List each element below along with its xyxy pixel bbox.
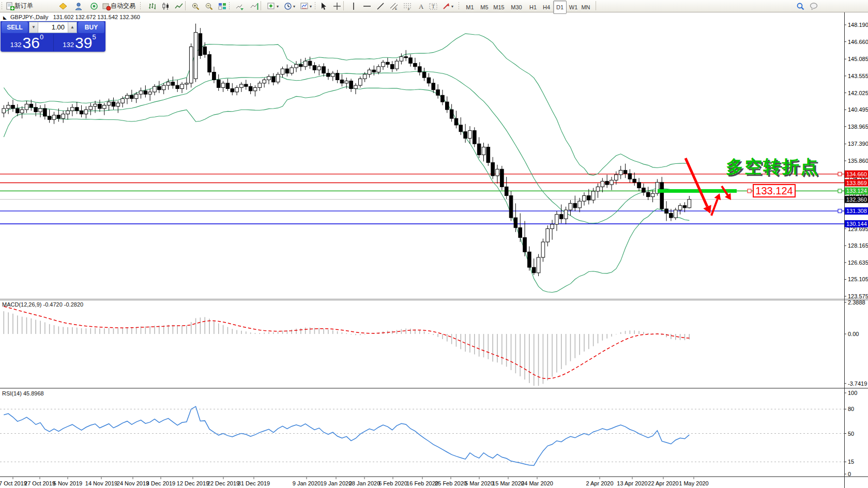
symbol-period-label: GBPJPY-,Daily [10, 14, 49, 20]
crosshair-tool-button[interactable] [331, 1, 343, 12]
svg-text:13 Apr 2020: 13 Apr 2020 [617, 480, 647, 486]
horizontal-line-icon [363, 2, 372, 11]
line-chart-mode-button[interactable] [173, 1, 185, 12]
text-a-icon: A [417, 2, 425, 11]
zoom-out-button[interactable] [203, 1, 215, 12]
mt4-window: 新订单 自动交易 [0, 0, 868, 488]
symbol-marker-icon: ◣ [3, 15, 7, 20]
toolbar-grip[interactable] [314, 2, 316, 10]
svg-text:E: E [395, 7, 397, 10]
price-level-callout[interactable]: 133.124 [753, 184, 796, 197]
toolbar-separator [596, 1, 596, 10]
crosshair-icon [333, 2, 342, 11]
cursor-tool-button[interactable] [317, 1, 330, 12]
main-toolbar: 新订单 自动交易 [0, 0, 868, 12]
svg-text:T: T [432, 4, 435, 9]
svg-text:125.105: 125.105 [848, 276, 868, 282]
timeframe-w1[interactable]: W1 [567, 1, 580, 14]
volume-decrease-button[interactable]: ▼ [29, 22, 38, 33]
indicators-button[interactable]: ▾ [265, 1, 281, 12]
timeframe-mn[interactable]: MN [579, 1, 592, 14]
svg-text:134.660: 134.660 [846, 171, 867, 177]
text-label-tool-button[interactable]: T [427, 1, 439, 12]
timeframe-m15[interactable]: M15 [491, 1, 507, 14]
svg-text:5 Mar 2020: 5 Mar 2020 [465, 480, 494, 486]
profile-button[interactable] [72, 1, 85, 12]
svg-text:27 Oct 2019: 27 Oct 2019 [24, 480, 55, 486]
zoom-in-button[interactable] [189, 1, 202, 12]
periods-button[interactable]: ▾ [281, 1, 298, 12]
buy-button[interactable]: BUY [78, 22, 104, 33]
buy-price-pips: 39 [75, 36, 92, 50]
volume-increase-button[interactable]: ▲ [68, 22, 77, 33]
turning-point-annotation[interactable]: 多空转折点 [726, 155, 819, 179]
dropdown-caret-icon: ▾ [293, 4, 295, 9]
buy-price-point: 5 [92, 29, 96, 45]
tile-windows-icon [218, 2, 227, 11]
line-anchor-marker[interactable] [748, 189, 751, 193]
svg-text:128.165: 128.165 [848, 242, 868, 249]
sell-button[interactable]: SELL [2, 22, 28, 33]
text-tool-button[interactable]: A [415, 1, 427, 12]
trendline-tool-button[interactable] [374, 1, 387, 12]
svg-text:7 Oct 2019: 7 Oct 2019 [0, 480, 27, 486]
chat-button[interactable] [808, 1, 820, 12]
zoom-in-icon [191, 2, 200, 11]
gold-icon [59, 2, 68, 11]
signals-button[interactable] [88, 1, 100, 12]
svg-text:15: 15 [848, 459, 854, 465]
timeframe-d1[interactable]: D1 [553, 1, 567, 14]
timeframe-h1[interactable]: H1 [526, 1, 540, 14]
macd-indicator-label: MACD(12,26,9) -0.4720 -0.2820 [2, 301, 83, 308]
price-chart[interactable]: 148.190146.660145.085143.555142.025140.4… [0, 12, 868, 488]
favorites-button[interactable] [57, 1, 69, 12]
line-chart-icon [175, 2, 184, 11]
fibonacci-tool-button[interactable]: F [401, 1, 414, 12]
vertical-line-icon [349, 2, 358, 11]
new-order-label[interactable]: 新订单 [14, 1, 33, 11]
timeframe-h4[interactable]: H4 [540, 1, 553, 14]
bar-chart-mode-button[interactable] [146, 1, 158, 12]
toolbar-grip[interactable] [140, 2, 141, 10]
timeframe-m5[interactable]: M5 [478, 1, 491, 14]
search-button[interactable] [794, 1, 806, 12]
channel-tool-button[interactable]: E [388, 1, 400, 12]
vertical-line-tool-button[interactable] [347, 1, 360, 12]
auto-trading-label[interactable]: 自动交易 [111, 1, 135, 11]
toolbar-separator [343, 1, 344, 10]
svg-text:100: 100 [848, 390, 857, 396]
svg-text:0: 0 [848, 471, 851, 477]
sell-price-figure: 132 [10, 40, 22, 50]
timeframe-m30[interactable]: M30 [509, 1, 524, 14]
auto-scroll-button[interactable] [234, 1, 246, 12]
svg-text:24 Nov 2019: 24 Nov 2019 [117, 480, 149, 486]
candlestick-mode-button[interactable] [159, 1, 172, 12]
sell-price[interactable]: 132 36 0 [1, 34, 53, 51]
buy-price[interactable]: 132 39 5 [53, 34, 105, 51]
chart-shift-button[interactable] [248, 1, 261, 12]
chart-shift-icon [250, 2, 259, 11]
indicators-icon [267, 2, 276, 11]
sell-price-pips: 36 [23, 36, 40, 50]
new-order-icon [6, 2, 14, 11]
toolbar-separator [185, 1, 186, 10]
templates-button[interactable]: ▾ [298, 1, 314, 12]
chart-ohlc-header: ◣ GBPJPY-,Daily 131.602 132.672 131.542 … [3, 14, 140, 20]
svg-text:132.360: 132.360 [846, 196, 867, 203]
arrow-objects-icon [442, 2, 451, 11]
ohlc-values: 131.602 132.672 131.542 132.360 [53, 14, 140, 20]
svg-text:28 Jan 2020: 28 Jan 2020 [349, 480, 380, 486]
toolbar-grip[interactable] [1, 2, 3, 10]
horizontal-line-tool-button[interactable] [361, 1, 373, 12]
svg-text:138.965: 138.965 [848, 124, 868, 130]
toolbar-grip[interactable] [229, 2, 230, 10]
svg-text:123.575: 123.575 [848, 293, 868, 299]
svg-text:126.635: 126.635 [848, 260, 868, 266]
equidistant-channel-icon: E [390, 2, 399, 11]
toolbar-grip[interactable] [458, 2, 460, 10]
arrows-tool-button[interactable]: ▾ [439, 1, 456, 12]
candlestick-icon [161, 2, 170, 11]
tile-windows-button[interactable] [216, 1, 229, 12]
timeframe-m1[interactable]: M1 [463, 1, 477, 14]
dropdown-caret-icon: ▾ [451, 4, 453, 9]
